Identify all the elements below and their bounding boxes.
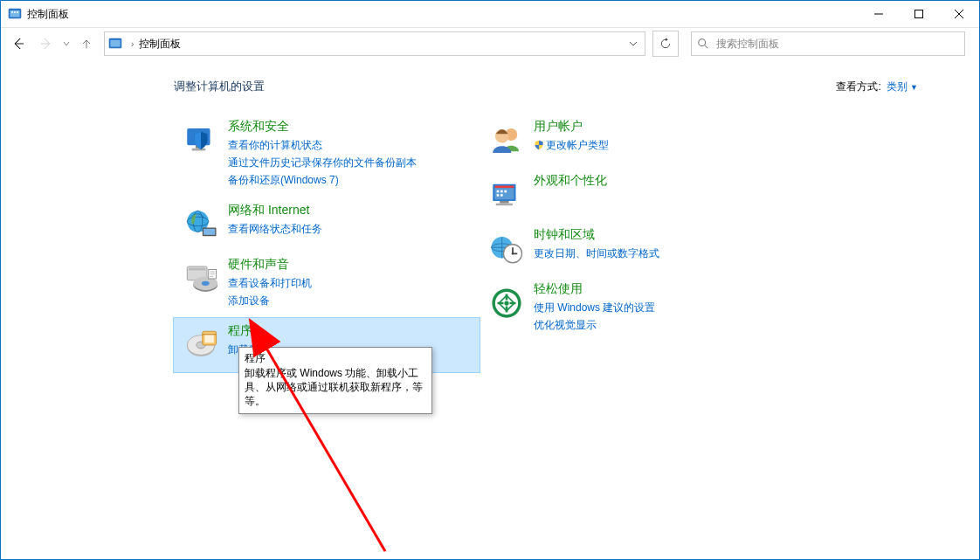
category-link[interactable]: 备份和还原(Windows 7) <box>228 171 417 189</box>
control-panel-icon <box>8 7 22 21</box>
svg-point-2 <box>11 11 13 13</box>
svg-rect-37 <box>500 194 503 197</box>
category-link[interactable]: 通过文件历史记录保存你的文件备份副本 <box>228 154 417 171</box>
svg-point-4 <box>17 11 18 13</box>
navbar: › 控制面板 <box>1 28 979 59</box>
svg-rect-33 <box>497 190 500 193</box>
shield-icon <box>183 122 219 159</box>
tooltip-body: 卸载程序或 Windows 功能、卸载小工具、从网络或通过联机获取新程序，等等。 <box>245 366 426 408</box>
close-button[interactable] <box>939 1 979 27</box>
category-title[interactable]: 网络和 Internet <box>228 203 322 218</box>
maximize-button[interactable] <box>899 1 939 27</box>
clock-icon <box>488 231 525 267</box>
svg-rect-16 <box>204 229 215 235</box>
category-hardware-sound[interactable]: 硬件和声音 查看设备和打印机 添加设备 <box>174 252 480 318</box>
category-link[interactable]: 更改帐户类型 <box>534 136 609 154</box>
svg-point-43 <box>512 252 514 255</box>
breadcrumb-icon <box>108 37 122 51</box>
window-controls <box>859 1 979 27</box>
category-title[interactable]: 用户帐户 <box>534 119 609 135</box>
svg-rect-35 <box>504 190 507 193</box>
svg-rect-31 <box>494 188 514 199</box>
users-icon <box>488 122 525 159</box>
search-icon <box>697 38 709 50</box>
svg-rect-34 <box>500 190 503 193</box>
svg-rect-11 <box>192 149 206 151</box>
window-title: 控制面板 <box>27 7 69 22</box>
category-link[interactable]: 优化视觉显示 <box>534 316 655 334</box>
category-column-right: 用户帐户 更改帐户类型 <box>480 114 785 372</box>
minimize-button[interactable] <box>859 1 899 27</box>
category-appearance[interactable]: 外观和个性化 <box>480 168 785 222</box>
view-by: 查看方式: 类别 ▼ <box>836 80 918 94</box>
tooltip-title: 程序 <box>245 351 426 365</box>
category-link[interactable]: 更改日期、时间或数字格式 <box>534 245 659 262</box>
category-system-security[interactable]: 系统和安全 查看你的计算机状态 通过文件历史记录保存你的文件备份副本 备份和还原… <box>174 114 480 197</box>
hardware-icon <box>183 260 219 297</box>
category-clock-region[interactable]: 时钟和区域 更改日期、时间或数字格式 <box>480 222 785 276</box>
breadcrumb-sep-icon: › <box>126 39 139 49</box>
category-title[interactable]: 时钟和区域 <box>534 227 659 243</box>
view-by-label: 查看方式: <box>836 80 880 94</box>
back-button[interactable] <box>6 31 31 56</box>
programs-icon <box>183 327 219 363</box>
page-title: 调整计算机的设置 <box>174 79 265 94</box>
category-link[interactable]: 添加设备 <box>228 292 312 309</box>
search-input[interactable] <box>714 37 959 51</box>
tooltip: 程序 卸载程序或 Windows 功能、卸载小工具、从网络或通过联机获取新程序，… <box>238 347 432 414</box>
svg-point-46 <box>504 301 508 305</box>
svg-rect-27 <box>204 334 214 343</box>
svg-rect-38 <box>500 201 509 204</box>
window: 控制面板 <box>0 0 980 560</box>
breadcrumb-item[interactable]: 控制面板 <box>139 37 181 52</box>
content: 调整计算机的设置 查看方式: 类别 ▼ <box>1 59 979 372</box>
svg-rect-39 <box>496 204 513 206</box>
category-link[interactable]: 使用 Windows 建议的设置 <box>534 299 655 316</box>
category-title[interactable]: 轻松使用 <box>534 281 655 297</box>
category-user-accounts[interactable]: 用户帐户 更改帐户类型 <box>480 114 785 168</box>
svg-point-8 <box>699 39 706 46</box>
titlebar: 控制面板 <box>1 1 979 28</box>
up-button[interactable] <box>74 31 99 56</box>
header-row: 调整计算机的设置 查看方式: 类别 ▼ <box>1 79 979 94</box>
svg-rect-5 <box>915 10 923 18</box>
uac-shield-icon <box>534 140 544 150</box>
category-column-left: 系统和安全 查看你的计算机状态 通过文件历史记录保存你的文件备份副本 备份和还原… <box>174 114 480 372</box>
refresh-button[interactable] <box>652 31 679 57</box>
svg-rect-18 <box>189 268 205 271</box>
category-title[interactable]: 硬件和声音 <box>228 257 312 273</box>
svg-rect-32 <box>494 186 514 189</box>
category-title[interactable]: 系统和安全 <box>228 119 417 135</box>
history-dropdown[interactable] <box>62 40 71 47</box>
address-bar[interactable]: › 控制面板 <box>104 31 645 56</box>
category-link[interactable]: 查看你的计算机状态 <box>228 136 417 154</box>
categories: 系统和安全 查看你的计算机状态 通过文件历史记录保存你的文件备份副本 备份和还原… <box>1 114 979 372</box>
category-link[interactable]: 查看网络状态和任务 <box>228 220 322 238</box>
address-dropdown-icon[interactable] <box>625 39 641 48</box>
network-icon <box>183 206 219 243</box>
forward-button[interactable] <box>34 31 59 56</box>
category-link[interactable]: 查看设备和打印机 <box>228 274 312 292</box>
view-by-value: 类别 <box>887 80 908 93</box>
category-title[interactable]: 外观和个性化 <box>534 173 607 189</box>
view-by-dropdown[interactable]: 类别 ▼ <box>887 80 918 94</box>
search-box[interactable] <box>691 31 965 56</box>
svg-rect-36 <box>497 194 500 197</box>
svg-point-3 <box>14 11 16 13</box>
ease-icon <box>488 285 525 321</box>
category-network-internet[interactable]: 网络和 Internet 查看网络状态和任务 <box>174 197 480 252</box>
svg-point-21 <box>202 281 210 286</box>
svg-rect-7 <box>111 40 121 47</box>
dropdown-icon: ▼ <box>910 83 918 92</box>
category-ease-of-access[interactable]: 轻松使用 使用 Windows 建议的设置 优化视觉显示 <box>480 276 785 342</box>
appearance-icon <box>488 176 525 213</box>
category-title[interactable]: 程序 <box>228 323 270 339</box>
